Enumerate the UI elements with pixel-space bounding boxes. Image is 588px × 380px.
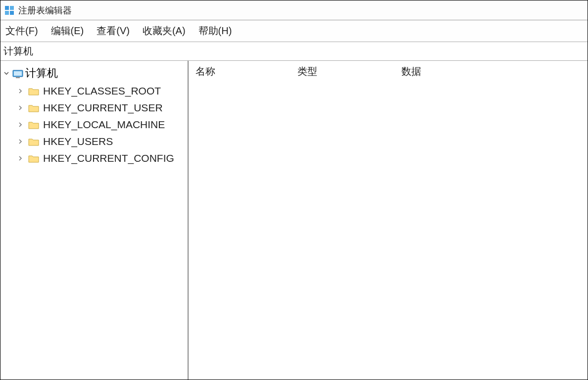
menu-file[interactable]: 文件(F) (3, 22, 40, 40)
folder-icon (28, 87, 39, 95)
menu-edit[interactable]: 编辑(E) (49, 22, 86, 40)
tree-item-hkey-local-machine[interactable]: HKEY_LOCAL_MACHINE (14, 116, 188, 133)
menu-view[interactable]: 查看(V) (95, 22, 132, 40)
computer-icon (12, 69, 23, 78)
address-path: 计算机 (3, 45, 33, 58)
tree-item-hkey-users[interactable]: HKEY_USERS (14, 133, 188, 150)
column-header-data[interactable]: 数据 (401, 65, 588, 78)
tree-item-hkey-current-user[interactable]: HKEY_CURRENT_USER (14, 99, 188, 116)
svg-rect-0 (5, 6, 9, 10)
column-header-name[interactable]: 名称 (189, 65, 297, 78)
chevron-right-icon[interactable] (16, 121, 24, 129)
menu-favorites[interactable]: 收藏夹(A) (141, 22, 188, 40)
tree-item-label: HKEY_CURRENT_CONFIG (43, 152, 174, 164)
column-header-type[interactable]: 类型 (297, 65, 401, 78)
tree-item-label: HKEY_LOCAL_MACHINE (43, 119, 165, 131)
chevron-down-icon[interactable] (2, 69, 10, 77)
list-header: 名称 类型 数据 (189, 61, 588, 82)
chevron-right-icon[interactable] (16, 104, 24, 112)
chevron-right-icon[interactable] (16, 138, 24, 145)
list-panel[interactable]: 名称 类型 数据 (189, 61, 588, 380)
tree-item-label: HKEY_CURRENT_USER (43, 102, 163, 114)
tree-item-hkey-current-config[interactable]: HKEY_CURRENT_CONFIG (14, 150, 188, 167)
svg-rect-3 (10, 11, 14, 15)
svg-rect-6 (16, 77, 20, 78)
menubar: 文件(F) 编辑(E) 查看(V) 收藏夹(A) 帮助(H) (0, 20, 588, 42)
tree-root-computer[interactable]: 计算机 (0, 64, 188, 83)
folder-icon (28, 120, 39, 129)
tree-item-label: HKEY_CLASSES_ROOT (43, 85, 161, 97)
folder-icon (28, 103, 39, 112)
folder-icon (28, 137, 39, 146)
svg-rect-5 (14, 71, 22, 76)
tree-item-hkey-classes-root[interactable]: HKEY_CLASSES_ROOT (14, 83, 188, 99)
folder-icon (28, 154, 39, 163)
titlebar: 注册表编辑器 (0, 0, 588, 20)
app-title: 注册表编辑器 (18, 4, 72, 16)
svg-rect-1 (10, 6, 14, 10)
svg-rect-2 (5, 11, 9, 15)
tree-root-label: 计算机 (25, 66, 58, 81)
menu-help[interactable]: 帮助(H) (196, 22, 234, 40)
address-bar[interactable]: 计算机 (0, 42, 588, 61)
regedit-icon (4, 5, 14, 15)
content-area: 计算机 HKEY_CLASSES_ROOT (0, 61, 588, 380)
chevron-right-icon[interactable] (16, 87, 24, 95)
tree-item-label: HKEY_USERS (43, 136, 113, 147)
tree-panel[interactable]: 计算机 HKEY_CLASSES_ROOT (0, 61, 189, 380)
chevron-right-icon[interactable] (16, 154, 24, 162)
